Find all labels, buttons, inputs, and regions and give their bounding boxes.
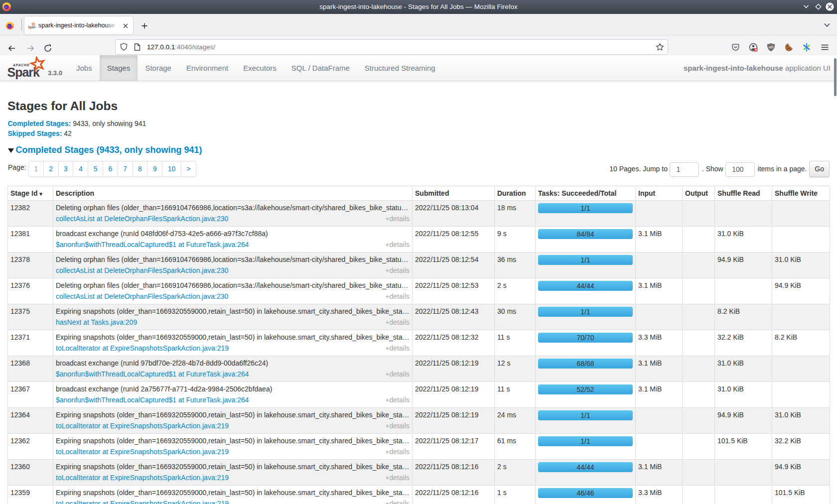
svg-text:APACHE: APACHE xyxy=(12,63,30,67)
svg-text:uO: uO xyxy=(769,45,774,49)
svg-text:Spark: Spark xyxy=(28,25,35,29)
